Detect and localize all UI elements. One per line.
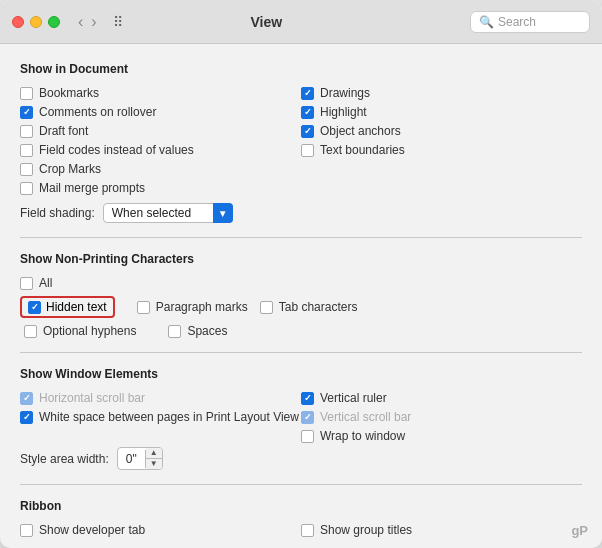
checkbox-optional-hyphens: Optional hyphens [24, 324, 136, 338]
checkbox-tab-characters-label: Tab characters [279, 300, 358, 314]
checkbox-vertical-scroll-input [301, 411, 314, 424]
checkbox-hidden-text-input[interactable] [28, 301, 41, 314]
hidden-text-highlighted: Hidden text [20, 296, 115, 318]
window-elements-left: Horizontal scroll bar White space betwee… [20, 391, 301, 443]
checkbox-show-developer-label: Show developer tab [39, 523, 145, 537]
window-elements-right: Vertical ruler Vertical scroll bar Wrap … [301, 391, 582, 443]
checkbox-object-anchors: Object anchors [301, 124, 582, 138]
window-title: View [71, 14, 462, 30]
checkbox-white-space: White space between pages in Print Layou… [20, 410, 301, 424]
checkbox-show-developer: Show developer tab [20, 523, 301, 537]
field-shading-dropdown-wrapper: Never When selected Always ▼ [103, 203, 233, 223]
minimize-button[interactable] [30, 16, 42, 28]
non-printing-section: All Hidden text Paragraph marks Tab char… [20, 276, 582, 338]
checkbox-bookmarks-label: Bookmarks [39, 86, 99, 100]
checkbox-all-label: All [39, 276, 52, 290]
close-button[interactable] [12, 16, 24, 28]
checkbox-white-space-input[interactable] [20, 411, 33, 424]
checkbox-wrap-window-input[interactable] [301, 430, 314, 443]
stepper-down-button[interactable]: ▼ [146, 459, 162, 469]
checkbox-vertical-scroll-label: Vertical scroll bar [320, 410, 411, 424]
checkbox-tab-characters: Tab characters [260, 300, 358, 314]
checkbox-comments-rollover-label: Comments on rollover [39, 105, 156, 119]
checkbox-show-developer-input[interactable] [20, 524, 33, 537]
main-content: Show in Document Bookmarks Comments on r… [0, 44, 602, 547]
checkbox-text-boundaries-label: Text boundaries [320, 143, 405, 157]
stepper-up-button[interactable]: ▲ [146, 448, 162, 459]
search-box[interactable]: 🔍 Search [470, 11, 590, 33]
checkbox-crop-marks-label: Crop Marks [39, 162, 101, 176]
checkbox-spaces: Spaces [168, 324, 227, 338]
maximize-button[interactable] [48, 16, 60, 28]
watermark: gP [571, 523, 588, 538]
checkbox-wrap-window: Wrap to window [301, 429, 582, 443]
section-ribbon-title: Ribbon [20, 499, 582, 513]
window-elements-grid: Horizontal scroll bar White space betwee… [20, 391, 582, 443]
checkbox-field-codes-label: Field codes instead of values [39, 143, 194, 157]
checkbox-vertical-scroll: Vertical scroll bar [301, 410, 582, 424]
style-area-stepper[interactable]: 0" ▲ ▼ [117, 447, 163, 470]
checkbox-all-input[interactable] [20, 277, 33, 290]
dropdown-arrow-icon: ▼ [218, 208, 228, 219]
checkbox-paragraph-marks-input[interactable] [137, 301, 150, 314]
checkbox-white-space-label: White space between pages in Print Layou… [39, 410, 299, 424]
checkbox-optional-hyphens-input[interactable] [24, 325, 37, 338]
divider-1 [20, 237, 582, 238]
checkbox-mail-merge-label: Mail merge prompts [39, 181, 145, 195]
checkbox-spaces-input[interactable] [168, 325, 181, 338]
ribbon-grid: Show developer tab Show group titles [20, 523, 582, 537]
checkbox-field-codes-input[interactable] [20, 144, 33, 157]
field-shading-label: Field shading: [20, 206, 95, 220]
checkbox-all: All [20, 276, 582, 290]
checkbox-vertical-ruler: Vertical ruler [301, 391, 582, 405]
section-non-printing-title: Show Non-Printing Characters [20, 252, 582, 266]
checkbox-optional-hyphens-label: Optional hyphens [43, 324, 136, 338]
checkbox-tab-characters-input[interactable] [260, 301, 273, 314]
checkbox-paragraph-marks-label: Paragraph marks [156, 300, 248, 314]
checkbox-object-anchors-input[interactable] [301, 125, 314, 138]
section-window-elements-title: Show Window Elements [20, 367, 582, 381]
checkbox-horizontal-scroll-input [20, 392, 33, 405]
checkbox-show-group-titles-input[interactable] [301, 524, 314, 537]
checkbox-draft-font-input[interactable] [20, 125, 33, 138]
checkbox-drawings-label: Drawings [320, 86, 370, 100]
search-placeholder: Search [498, 15, 536, 29]
npc-row-3: Optional hyphens Spaces [24, 324, 582, 338]
show-in-doc-left: Bookmarks Comments on rollover Draft fon… [20, 86, 301, 195]
checkbox-show-group-titles-label: Show group titles [320, 523, 412, 537]
checkbox-crop-marks: Crop Marks [20, 162, 301, 176]
checkbox-show-group-titles: Show group titles [301, 523, 582, 537]
checkbox-wrap-window-label: Wrap to window [320, 429, 405, 443]
checkbox-horizontal-scroll-label: Horizontal scroll bar [39, 391, 145, 405]
checkbox-drawings-input[interactable] [301, 87, 314, 100]
style-area-row: Style area width: 0" ▲ ▼ [20, 447, 582, 470]
checkbox-vertical-ruler-input[interactable] [301, 392, 314, 405]
npc-row-2: Hidden text Paragraph marks Tab characte… [20, 296, 582, 318]
checkbox-highlight-input[interactable] [301, 106, 314, 119]
checkbox-comments-rollover-input[interactable] [20, 106, 33, 119]
checkbox-text-boundaries-input[interactable] [301, 144, 314, 157]
checkbox-spaces-label: Spaces [187, 324, 227, 338]
traffic-lights [12, 16, 60, 28]
checkbox-comments-rollover: Comments on rollover [20, 105, 301, 119]
checkbox-highlight-label: Highlight [320, 105, 367, 119]
checkbox-object-anchors-label: Object anchors [320, 124, 401, 138]
checkbox-hidden-text-label: Hidden text [46, 300, 107, 314]
section-show-in-document-title: Show in Document [20, 62, 582, 76]
stepper-buttons: ▲ ▼ [146, 448, 162, 469]
checkbox-text-boundaries: Text boundaries [301, 143, 582, 157]
style-area-value: 0" [118, 450, 146, 468]
divider-2 [20, 352, 582, 353]
checkbox-highlight: Highlight [301, 105, 582, 119]
checkbox-paragraph-marks: Paragraph marks [137, 300, 248, 314]
dropdown-arrow-bg: ▼ [213, 203, 233, 223]
checkbox-drawings: Drawings [301, 86, 582, 100]
checkbox-draft-font-label: Draft font [39, 124, 88, 138]
checkbox-crop-marks-input[interactable] [20, 163, 33, 176]
checkbox-vertical-ruler-label: Vertical ruler [320, 391, 387, 405]
divider-3 [20, 484, 582, 485]
checkbox-mail-merge-input[interactable] [20, 182, 33, 195]
checkbox-draft-font: Draft font [20, 124, 301, 138]
checkbox-field-codes: Field codes instead of values [20, 143, 301, 157]
checkbox-bookmarks-input[interactable] [20, 87, 33, 100]
